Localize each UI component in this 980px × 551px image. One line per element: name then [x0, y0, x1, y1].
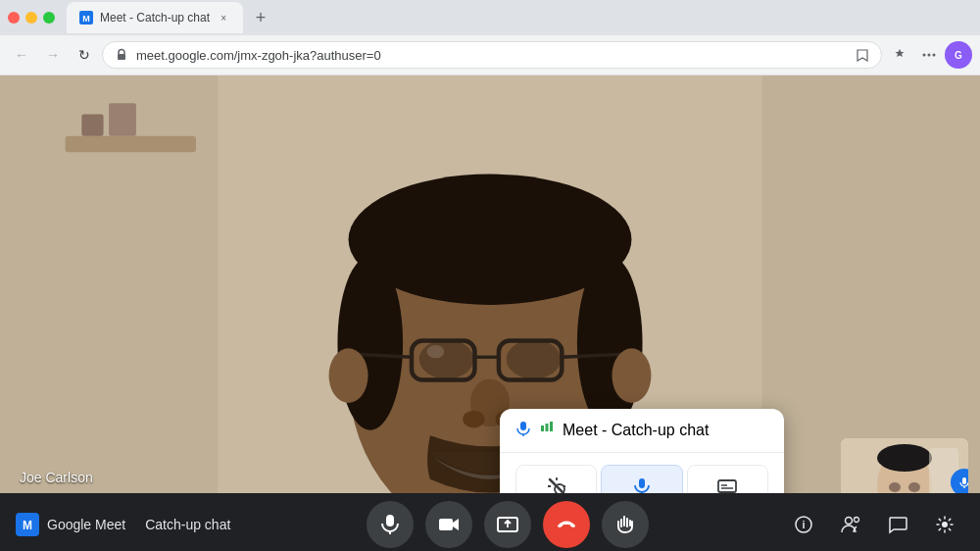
meet-logo: M Google Meet: [16, 513, 125, 536]
hand-button-icon: [614, 514, 636, 535]
svg-text:M: M: [23, 519, 32, 532]
tab-title: Meet - Catch-up chat: [100, 11, 210, 25]
popup-mic-icon: [515, 421, 531, 440]
svg-point-78: [846, 518, 853, 525]
maximize-window-button[interactable]: [43, 12, 55, 24]
svg-point-32: [427, 345, 445, 358]
svg-rect-12: [81, 114, 103, 135]
reload-button[interactable]: ↻: [71, 41, 98, 69]
video-person-svg: [0, 75, 980, 551]
back-button[interactable]: ←: [8, 41, 35, 69]
meet-bottom-bar: M Google Meet Catch-up chat: [0, 493, 980, 551]
svg-rect-49: [520, 422, 526, 430]
svg-rect-62: [718, 480, 736, 492]
people-icon: [841, 515, 860, 534]
svg-point-24: [577, 256, 643, 430]
main-content: Joe Carlson: [0, 75, 980, 551]
svg-rect-52: [546, 424, 549, 431]
main-video-feed: [0, 75, 980, 551]
address-bar[interactable]: meet.google.com/jmx-zgoh-jka?authuser=0: [102, 41, 882, 69]
popup-header-title: Meet - Catch-up chat: [563, 422, 709, 439]
svg-rect-47: [962, 477, 966, 484]
popup-bar-icon: [539, 421, 555, 440]
svg-point-42: [877, 444, 932, 472]
svg-rect-13: [109, 103, 136, 135]
svg-point-36: [329, 348, 368, 403]
people-button[interactable]: [831, 505, 870, 544]
more-options-button[interactable]: [915, 41, 943, 69]
meet-logo-text: Google Meet: [47, 517, 125, 532]
chat-icon: [888, 515, 907, 534]
svg-point-80: [942, 522, 948, 527]
svg-rect-72: [386, 515, 394, 526]
svg-point-37: [612, 348, 651, 403]
svg-point-44: [908, 482, 920, 492]
secure-icon: [115, 48, 128, 62]
svg-point-79: [855, 518, 859, 523]
svg-point-23: [337, 256, 403, 430]
video-area: [0, 75, 980, 551]
nav-icons: G: [886, 41, 972, 69]
browser-chrome: M Meet - Catch-up chat × + ← → ↻ meet.go…: [0, 0, 980, 75]
browser-tab[interactable]: M Meet - Catch-up chat ×: [67, 2, 243, 33]
call-title-text: Catch-up chat: [145, 517, 230, 532]
mic-button-icon: [379, 514, 401, 535]
svg-rect-51: [541, 426, 544, 431]
svg-point-4: [928, 54, 931, 57]
svg-rect-2: [118, 54, 125, 60]
activities-button[interactable]: [925, 505, 964, 544]
activities-icon: [935, 515, 955, 534]
svg-point-26: [507, 339, 562, 378]
info-icon: i: [794, 515, 813, 534]
extensions-button[interactable]: [886, 41, 913, 69]
right-controls: i: [784, 505, 964, 544]
info-button[interactable]: i: [784, 505, 823, 544]
window-controls: [8, 12, 55, 24]
profile-button[interactable]: G: [945, 41, 972, 69]
chat-button[interactable]: [878, 505, 917, 544]
address-text: meet.google.com/jmx-zgoh-jka?authuser=0: [136, 48, 848, 63]
popup-header: Meet - Catch-up chat: [500, 409, 784, 453]
end-call-button[interactable]: [543, 501, 590, 548]
camera-control-button[interactable]: [425, 501, 472, 548]
svg-text:M: M: [82, 14, 90, 24]
forward-button[interactable]: →: [39, 41, 67, 69]
svg-text:i: i: [802, 519, 805, 530]
svg-rect-59: [639, 478, 645, 488]
close-window-button[interactable]: [8, 12, 20, 24]
new-tab-button[interactable]: +: [247, 4, 274, 31]
present-button-icon: [497, 514, 518, 535]
minimize-window-button[interactable]: [25, 12, 37, 24]
tab-close-button[interactable]: ×: [216, 10, 231, 25]
end-call-icon: [556, 514, 577, 535]
participant-name-text: Joe Carlson: [20, 470, 93, 485]
svg-point-43: [889, 482, 901, 492]
nav-bar: ← → ↻ meet.google.com/jmx-zgoh-jka?authu…: [0, 35, 980, 75]
svg-point-34: [463, 411, 484, 428]
svg-point-3: [923, 54, 926, 57]
svg-rect-74: [439, 519, 453, 530]
mic-control-button[interactable]: [367, 501, 414, 548]
raise-hand-button[interactable]: [602, 501, 649, 548]
tab-favicon-icon: M: [78, 10, 94, 25]
svg-point-5: [933, 54, 936, 57]
title-bar: M Meet - Catch-up chat × +: [0, 0, 980, 35]
bookmark-icon[interactable]: [856, 48, 869, 62]
present-control-button[interactable]: [484, 501, 531, 548]
svg-rect-11: [66, 136, 196, 153]
mute-icon: [957, 476, 968, 489]
svg-text:G: G: [955, 50, 962, 61]
meet-logo-icon: M: [16, 513, 39, 536]
svg-point-25: [419, 339, 474, 378]
svg-rect-53: [550, 422, 553, 431]
participant-name-overlay: Joe Carlson: [20, 470, 93, 485]
camera-button-icon: [438, 514, 460, 535]
